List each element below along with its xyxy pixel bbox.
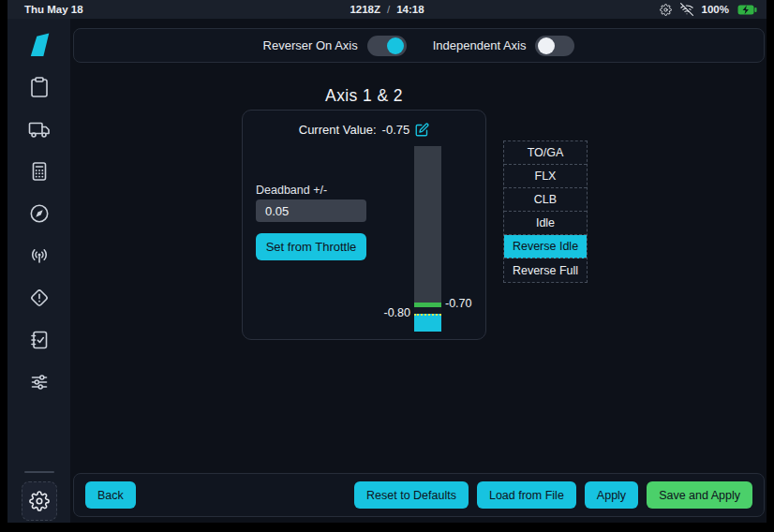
sidebar: [7, 19, 70, 523]
axis-calibration-panel: Current Value: -0.75 Deadband +/- Set fr…: [242, 110, 486, 340]
set-from-throttle-button[interactable]: Set from Throttle: [256, 233, 366, 260]
axis-options-bar: Reverser On Axis Independent Axis: [73, 28, 765, 63]
gear-icon: [29, 491, 50, 511]
axis-bar-current-zone: [414, 314, 441, 332]
detent-row-toga[interactable]: TO/GA: [504, 141, 587, 165]
battery-percent-label: 100%: [702, 4, 729, 15]
axis-lower-bound-label: -0.80: [378, 306, 410, 319]
detent-row-reverse-idle[interactable]: Reverse Idle: [504, 235, 587, 259]
axis-upper-bound-label: -0.70: [445, 297, 472, 310]
sidebar-item-checklist[interactable]: [27, 329, 52, 351]
sidebar-item-settings[interactable]: [22, 481, 57, 521]
status-bar: Thu May 18 1218Z / 14:18 100%: [7, 0, 767, 19]
sidebar-item-calculator[interactable]: [27, 160, 52, 183]
wifi-off-icon: [680, 3, 693, 16]
status-date: Thu May 18: [7, 4, 83, 15]
detent-list: TO/GA FLX CLB Idle Reverse Idle Reverse …: [503, 140, 588, 283]
sidebar-item-compass[interactable]: [27, 202, 52, 225]
sidebar-divider: [24, 471, 54, 473]
reverser-on-axis-label: Reverser On Axis: [263, 38, 358, 52]
deadband-input[interactable]: [256, 200, 366, 222]
save-and-apply-button[interactable]: Save and Apply: [647, 481, 752, 509]
detent-row-reverse-full[interactable]: Reverse Full: [504, 259, 587, 282]
load-from-file-button[interactable]: Load from File: [477, 481, 576, 509]
axis-bar-gap: [414, 307, 441, 314]
status-clock: 1218Z / 14:18: [350, 4, 424, 15]
detent-row-flx[interactable]: FLX: [504, 165, 587, 188]
independent-axis-toggle[interactable]: [535, 36, 574, 56]
toggle-knob: [538, 37, 555, 54]
app-window: Thu May 18 1218Z / 14:18 100%: [7, 0, 767, 523]
sidebar-item-antenna[interactable]: [27, 244, 52, 267]
reverser-on-axis-toggle[interactable]: [367, 36, 407, 56]
reset-to-defaults-button[interactable]: Reset to Defaults: [354, 481, 469, 509]
battery-charging-icon: [737, 5, 757, 15]
axis-bar-track: [414, 146, 441, 303]
current-value: -0.75: [382, 123, 410, 137]
status-utc-time: 1218Z: [350, 4, 380, 15]
settings-gear-icon[interactable]: [660, 4, 672, 16]
apply-button[interactable]: Apply: [585, 481, 638, 509]
independent-axis-label: Independent Axis: [433, 38, 527, 52]
detent-row-clb[interactable]: CLB: [504, 188, 587, 212]
sidebar-item-sliders[interactable]: [27, 371, 52, 393]
edit-pencil-icon[interactable]: [415, 123, 429, 137]
toggle-knob: [387, 37, 404, 54]
sidebar-item-clipboard[interactable]: [27, 76, 52, 98]
status-time-separator: /: [387, 4, 390, 15]
sidebar-item-warning[interactable]: [27, 287, 52, 309]
detent-row-idle[interactable]: Idle: [504, 212, 587, 235]
page-title: Axis 1 & 2: [242, 86, 486, 106]
app-logo-icon: [27, 34, 52, 56]
content-area: Reverser On Axis Independent Axis Axis 1…: [70, 19, 767, 523]
sidebar-item-truck[interactable]: [27, 118, 52, 140]
current-value-label: Current Value:: [299, 123, 377, 137]
deadband-label: Deadband +/-: [256, 184, 327, 197]
back-button[interactable]: Back: [85, 481, 136, 509]
status-local-time: 14:18: [396, 4, 424, 15]
footer-action-bar: Back Reset to Defaults Load from File Ap…: [73, 473, 765, 517]
axis-position-bar: [414, 146, 441, 332]
